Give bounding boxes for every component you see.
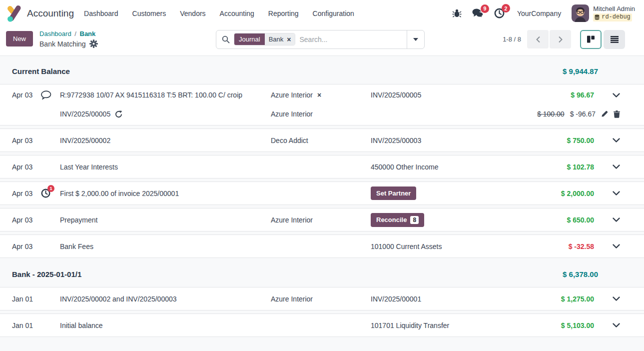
transaction-row[interactable]: Apr 03 1 First $ 2,000.00 of invoice 202… [0,182,644,205]
expand-chevron[interactable] [600,296,620,301]
row-date: Apr 03 [12,216,41,224]
row-partner: Azure Interior [271,216,313,224]
row-detail-line: INV/2025/00005 Azure Interior $ 100.00 $… [0,104,644,124]
row-main-line: Apr 03 R:9772938 10/07 AX 9415116318 T:5… [0,86,644,104]
chevron-left-icon [536,36,541,43]
search-facet-value: Bank [269,36,284,43]
row-main-line: Apr 03 Bank Fees × [0,235,644,258]
nav-menu-item[interactable]: Accounting [220,10,254,18]
user-menu[interactable]: Mitchell Admin rd-debug [572,4,635,22]
facet-remove-icon[interactable]: × [287,36,291,43]
transaction-row[interactable]: Jan 01 Initial balance × [0,314,644,337]
app-logo-icon[interactable] [6,5,22,22]
activity-clock-icon[interactable]: 1 [41,188,50,198]
row-amount: $ -32.58 [485,242,600,250]
expand-chevron[interactable] [600,138,620,142]
chevron-down-icon [613,93,620,98]
chevron-down-icon [613,218,620,222]
row-partner: Azure Interior [271,295,313,303]
detail-residual-amount: $ -96.67 [570,110,596,118]
message-bubble-icon[interactable] [41,90,51,100]
app-name[interactable]: Accounting [27,8,74,19]
transaction-row[interactable]: Apr 03 Bank Fees × [0,234,644,258]
messages-icon[interactable]: 9 [472,8,484,18]
chevron-down-icon [613,244,620,248]
row-counterpart: 101000 Current Assets [371,242,442,250]
row-main-line: Apr 03 Prepayment Azure Interior [0,208,644,231]
breadcrumb-bank-link[interactable]: Bank [80,30,96,38]
list-view-button[interactable] [604,30,625,49]
search-icon [222,36,230,44]
transaction-row[interactable]: Apr 03 Prepayment Azure Interior [0,208,644,232]
bug-icon[interactable] [452,8,462,18]
action-button[interactable]: Set Partner [371,186,416,200]
row-label: INV/2025/00002 [60,136,271,144]
activities-count-badge: 2 [502,4,510,12]
edit-pencil-icon[interactable] [601,110,608,118]
row-date: Apr 03 [12,91,41,99]
row-date: Jan 01 [12,295,41,303]
row-amount: $ 102.78 [485,163,600,171]
row-main-line: Apr 03 Last Year Interests [0,156,644,178]
view-switcher [580,30,625,49]
remove-partner-icon[interactable]: × [317,92,321,98]
expand-chevron[interactable] [600,323,620,328]
detail-partner: Azure Interior [271,110,313,118]
expand-chevron[interactable] [600,93,620,98]
row-amount: $ 2,000.00 [485,190,600,198]
transaction-row[interactable]: Apr 03 Last Year Interests [0,155,644,178]
company-switcher[interactable]: YourCompany [517,10,561,18]
expand-chevron[interactable] [600,244,620,248]
transaction-row[interactable]: Apr 03 INV/2025/00002 Deco Addict [0,128,644,152]
transaction-row[interactable]: Apr 03 R:9772938 10/07 AX 9415116318 T:5… [0,84,644,126]
activity-count-badge: 1 [47,185,54,192]
section-header: Current Balance $ 9,944.87 [0,58,644,84]
expand-chevron[interactable] [600,218,620,222]
transaction-row[interactable]: Jan 01 INV/2025/00002 and INV/2025/00003 [0,287,644,310]
row-counterpart: INV/2025/00003 [371,136,421,144]
breadcrumb-dashboard-link[interactable]: Dashboard [39,30,71,38]
trash-icon[interactable] [614,110,620,118]
expand-chevron[interactable] [600,191,620,196]
nav-menu-item[interactable]: Reporting [268,10,299,18]
nav-menu-item[interactable]: Dashboard [84,10,118,18]
row-label: INV/2025/00002 and INV/2025/00003 [60,295,271,303]
row-amount: $ 96.67 [485,91,600,99]
chevron-right-icon [558,36,563,43]
row-counterpart: 450000 Other Income [371,163,438,171]
row-counterpart: 101701 Liquidity Transfer [371,322,449,330]
pager-range: 1-8 / 8 [503,36,521,43]
pager-next-button[interactable] [550,30,571,48]
avatar [572,4,589,22]
search-dropdown-toggle[interactable] [407,30,424,48]
pager: 1-8 / 8 [503,30,571,48]
row-date: Apr 03 [12,136,41,144]
row-amount: $ 1,275.00 [485,295,600,303]
page-title: Bank Matching [39,39,86,49]
row-label: R:9772938 10/07 AX 9415116318 T:5 BRT: 1… [60,91,271,99]
kanban-view-button[interactable] [580,30,602,49]
row-label: Initial balance [60,322,271,330]
row-partner: Deco Addict [271,136,308,144]
row-date: Jan 01 [12,322,41,330]
search-bar[interactable]: Journal Bank × [216,30,425,49]
expand-chevron[interactable] [600,164,620,169]
nav-menu-item[interactable]: Configuration [313,10,354,18]
search-input[interactable] [298,35,407,44]
chevron-down-icon [613,138,620,142]
nav-menu-item[interactable]: Customers [132,10,166,18]
database-icon [595,14,600,20]
chevron-down-icon [613,296,620,301]
row-amount: $ 5,103.00 [485,322,600,330]
chevron-down-icon [613,191,620,196]
action-button-label: Set Partner [376,190,411,197]
gear-icon[interactable] [89,40,98,48]
new-button[interactable]: New [6,31,33,46]
nav-menu-item[interactable]: Vendors [180,10,205,18]
pager-previous-button[interactable] [527,30,549,48]
refresh-icon[interactable] [115,110,122,118]
action-button[interactable]: Reconcile 8 [371,213,424,227]
list-icon [611,36,619,43]
activities-clock-icon[interactable]: 2 [494,8,505,18]
row-date: Apr 03 [12,242,41,250]
